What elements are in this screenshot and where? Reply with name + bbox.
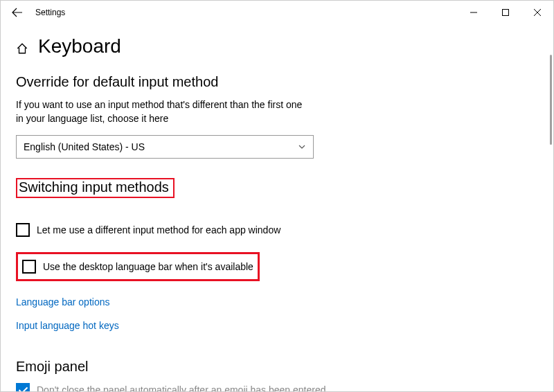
checkbox-desktop-language-bar[interactable]: Use the desktop language bar when it's a… [22, 260, 253, 274]
checkbox-language-bar-highlight: Use the desktop language bar when it's a… [16, 252, 260, 281]
input-method-dropdown[interactable]: English (United States) - US [16, 135, 314, 159]
maximize-button[interactable] [490, 1, 521, 24]
minimize-icon [470, 9, 477, 16]
page-header: Keyboard [16, 35, 538, 57]
checkbox-different-input-method[interactable]: Let me use a different input method for … [16, 223, 538, 237]
maximize-icon [502, 9, 509, 16]
checkbox-label: Don't close the panel automatically afte… [37, 384, 325, 391]
checkbox-box [16, 223, 30, 237]
override-heading: Override for default input method [16, 74, 538, 90]
close-button[interactable] [521, 1, 553, 24]
chevron-down-icon [298, 143, 306, 151]
close-icon [534, 9, 541, 16]
input-language-hotkeys-link[interactable]: Input language hot keys [16, 320, 538, 331]
switching-heading-highlight: Switching input methods [16, 178, 175, 198]
language-bar-options-link[interactable]: Language bar options [16, 296, 538, 308]
emoji-heading: Emoji panel [16, 359, 538, 375]
svg-rect-0 [503, 10, 509, 16]
checkbox-emoji-panel[interactable]: Don't close the panel automatically afte… [16, 383, 538, 391]
back-button[interactable] [6, 1, 28, 24]
window-title: Settings [35, 8, 65, 17]
window-controls [458, 1, 553, 24]
checkbox-box-checked [16, 383, 30, 391]
checkbox-label: Let me use a different input method for … [37, 224, 280, 235]
title-bar: Settings [1, 1, 553, 24]
content-area: Keyboard Override for default input meth… [1, 24, 553, 391]
checkbox-label: Use the desktop language bar when it's a… [43, 261, 253, 272]
page-title: Keyboard [38, 35, 121, 57]
switching-heading: Switching input methods [17, 179, 173, 197]
scrollbar-thumb[interactable] [550, 55, 552, 145]
dropdown-value: English (United States) - US [24, 141, 145, 152]
back-arrow-icon [12, 7, 23, 18]
override-description: If you want to use an input method that'… [16, 98, 307, 125]
home-icon[interactable] [16, 42, 28, 55]
checkbox-box [22, 260, 36, 274]
minimize-button[interactable] [458, 1, 490, 24]
